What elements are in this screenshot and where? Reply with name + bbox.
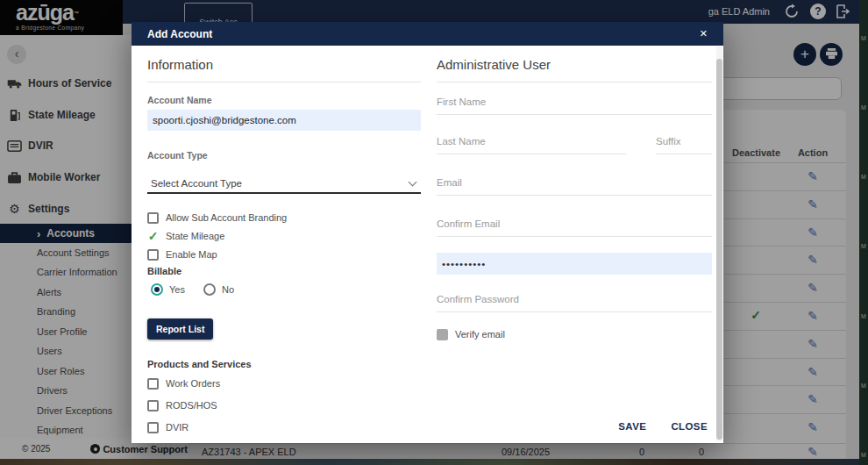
radio-no[interactable] [203,283,216,296]
close-icon[interactable]: ✕ [700,28,708,39]
work-orders-option[interactable]: Work Orders [147,377,421,390]
checkbox-disabled [437,329,448,340]
radio-yes-selected[interactable] [151,283,163,296]
enable-map-option[interactable]: Enable Map [147,248,421,261]
products-services-heading: Products and Services [147,359,421,369]
checkbox-label: RODS/HOS [166,400,217,411]
checkbox-label: Allow Sub Account Branding [166,212,287,223]
checkbox-unchecked[interactable] [147,400,159,411]
confirm-email-field[interactable] [437,218,712,237]
modal-actions: SAVE CLOSE [618,421,708,432]
modal-title: Add Account [147,28,212,40]
password-field[interactable] [437,253,712,275]
state-mileage-option[interactable]: ✓ State Mileage [147,230,421,242]
administrative-user-section: Administrative User Verify email [437,57,712,340]
checkbox-label: Enable Map [166,249,217,260]
save-button[interactable]: SAVE [618,421,646,432]
rods-hos-option[interactable]: RODS/HOS [147,399,421,411]
account-type-select[interactable]: Select Account Type [147,175,421,194]
confirm-password-field[interactable] [437,294,712,312]
checkbox-unchecked[interactable] [147,422,159,433]
radio-no-label: No [222,284,234,295]
information-heading: Information [147,57,421,82]
verify-email-option[interactable]: Verify email [437,328,712,340]
account-type-label: Account Type [147,150,421,161]
checkbox-label: Work Orders [166,378,220,389]
email-field[interactable] [437,177,712,196]
chevron-down-icon [409,177,417,186]
checkbox-unchecked[interactable] [147,249,159,261]
radio-yes-label: Yes [169,284,185,295]
billable-label: Billable [147,266,421,276]
allow-sub-account-branding-option[interactable]: Allow Sub Account Branding [147,211,421,224]
modal-scrollbar[interactable] [716,46,722,441]
scrollbar-thumb[interactable] [716,59,722,440]
checkbox-unchecked[interactable] [147,212,159,224]
close-button[interactable]: CLOSE [671,421,708,432]
report-list-button[interactable]: Report List [147,318,213,340]
billable-radio-group: Yes No [151,283,421,296]
last-name-field[interactable] [437,136,626,154]
information-section: Information Account Name Account Type Se… [147,57,421,433]
checkbox-unchecked[interactable] [147,378,159,390]
first-name-field[interactable] [437,97,712,115]
suffix-field[interactable] [656,136,712,154]
screen: Switch Acc ga ELD Admin ? azūga™ a Bridg… [0,0,868,465]
check-icon: ✓ [147,229,159,243]
account-type-value: Select Account Type [151,178,242,189]
add-account-modal: Add Account ✕ Information Account Name A… [132,22,723,443]
checkbox-label: State Mileage [166,231,224,241]
modal-header: Add Account ✕ [132,22,723,46]
checkbox-label: DVIR [166,422,189,433]
dvir-option[interactable]: DVIR [147,421,421,433]
account-name-label: Account Name [147,95,421,105]
account-name-field[interactable] [147,110,421,131]
checkbox-label: Verify email [455,329,505,340]
administrative-user-heading: Administrative User [437,57,712,82]
